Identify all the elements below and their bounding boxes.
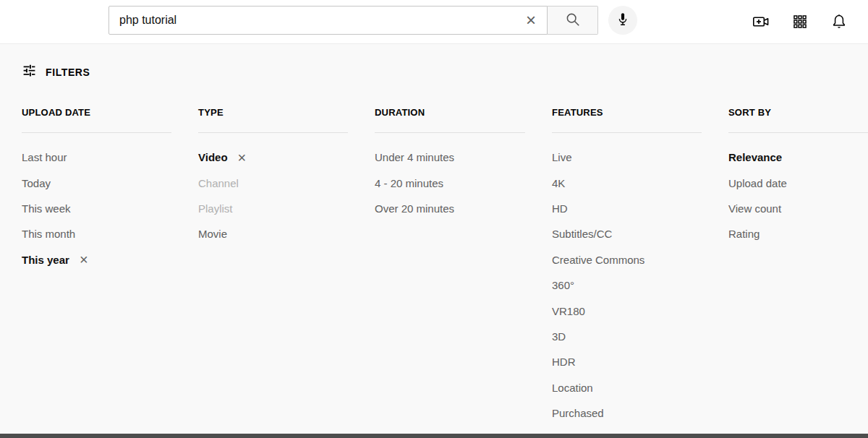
search-input-wrap: × — [109, 6, 548, 35]
search-button[interactable] — [548, 6, 598, 35]
filter-option-purchased[interactable]: Purchased — [552, 400, 702, 426]
clear-search-button[interactable]: × — [515, 7, 547, 34]
filter-option-label: Location — [552, 382, 593, 394]
filter-option-label: Last hour — [22, 151, 67, 163]
filter-option-this-month[interactable]: This month — [22, 221, 171, 246]
filter-option-label: Creative Commons — [552, 254, 644, 266]
filter-column-upload-date: UPLOAD DATELast hourTodayThis weekThis m… — [22, 107, 171, 426]
filter-option-this-week[interactable]: This week — [22, 196, 171, 221]
filter-column-sort-by: SORT BYRelevanceUpload dateView countRat… — [728, 107, 868, 426]
filters-toggle[interactable]: FILTERS — [22, 63, 116, 81]
filter-option-label: 4K — [552, 177, 565, 189]
filter-option-label: 4 - 20 minutes — [375, 177, 443, 189]
filter-option-creative-commons[interactable]: Creative Commons — [552, 247, 702, 272]
filter-option-label: Video — [198, 151, 228, 163]
notifications-button[interactable] — [830, 13, 848, 30]
filter-option-label: Movie — [198, 228, 227, 240]
filter-option-under-4-minutes[interactable]: Under 4 minutes — [375, 145, 525, 170]
filter-column-header: TYPE — [198, 107, 348, 118]
topbar: × — [0, 0, 868, 43]
youtube-search-filters-screen: × — [0, 0, 868, 438]
column-divider — [552, 132, 702, 133]
filter-column-duration: DURATIONUnder 4 minutes4 - 20 minutesOve… — [375, 107, 525, 426]
column-divider — [375, 132, 525, 133]
filter-tune-icon — [22, 63, 37, 81]
filter-option-4k[interactable]: 4K — [552, 170, 702, 195]
filter-option-last-hour[interactable]: Last hour — [22, 145, 171, 170]
voice-search-button[interactable] — [608, 6, 637, 35]
filter-option-360[interactable]: 360° — [552, 272, 702, 298]
apps-grid-icon — [792, 14, 808, 30]
filter-option-label: Relevance — [728, 151, 782, 163]
search-icon — [565, 12, 581, 30]
filter-option-this-year[interactable]: This year× — [22, 247, 171, 272]
filter-option-label: This year — [22, 254, 69, 266]
filter-option-upload-date[interactable]: Upload date — [728, 170, 868, 195]
filter-option-live[interactable]: Live — [552, 145, 702, 170]
filter-column-header: FEATURES — [552, 107, 702, 118]
filter-column-header: UPLOAD DATE — [22, 107, 171, 118]
filter-option-movie[interactable]: Movie — [198, 221, 348, 246]
filter-option-rating[interactable]: Rating — [728, 221, 868, 246]
filter-option-label: HD — [552, 202, 568, 215]
remove-filter-icon[interactable]: × — [238, 150, 247, 165]
filter-option-label: Live — [552, 151, 572, 163]
remove-filter-icon[interactable]: × — [80, 252, 88, 267]
filter-option-label: 360° — [552, 279, 574, 291]
filter-column-header: SORT BY — [728, 107, 868, 118]
topbar-actions — [752, 13, 848, 30]
column-divider — [22, 132, 171, 133]
filter-option-label: Playlist — [198, 202, 233, 215]
filter-option-vr180[interactable]: VR180 — [552, 298, 702, 323]
create-video-button[interactable] — [752, 13, 770, 30]
filter-option-label: Today — [22, 177, 51, 189]
filter-option-hd[interactable]: HD — [552, 196, 702, 221]
bell-icon — [830, 13, 848, 30]
filter-option-list: Last hourTodayThis weekThis monthThis ye… — [22, 145, 171, 272]
search-input[interactable] — [109, 7, 515, 34]
filter-option-location[interactable]: Location — [552, 375, 702, 400]
filter-option-label: Upload date — [728, 177, 787, 189]
filter-option-over-20-minutes[interactable]: Over 20 minutes — [375, 196, 525, 221]
filter-option-label: Rating — [728, 228, 760, 240]
filter-column-header: DURATION — [375, 107, 525, 118]
filter-option-label: Over 20 minutes — [375, 202, 454, 215]
filter-option-list: RelevanceUpload dateView countRating — [728, 145, 868, 247]
search-bar: × — [109, 6, 637, 35]
filter-option-relevance[interactable]: Relevance — [728, 145, 868, 170]
filter-option-label: VR180 — [552, 305, 585, 317]
filter-option-hdr[interactable]: HDR — [552, 349, 702, 374]
filter-option-4-20-minutes[interactable]: 4 - 20 minutes — [375, 170, 525, 195]
create-video-icon — [752, 13, 770, 30]
filter-column-features: FEATURESLive4KHDSubtitles/CCCreative Com… — [552, 107, 702, 426]
filters-title: FILTERS — [46, 66, 90, 78]
filter-option-list: Live4KHDSubtitles/CCCreative Commons360°… — [552, 145, 702, 426]
filter-option-label: Channel — [198, 177, 239, 189]
filter-column-type: TYPEVideo×ChannelPlaylistMovie — [198, 107, 348, 426]
filter-option-list: Under 4 minutes4 - 20 minutesOver 20 min… — [375, 145, 525, 221]
filter-option-view-count[interactable]: View count — [728, 196, 868, 221]
filter-option-channel: Channel — [198, 170, 348, 195]
filters-panel: FILTERS UPLOAD DATELast hourTodayThis we… — [0, 43, 868, 434]
filter-option-label: Under 4 minutes — [375, 151, 454, 163]
clear-icon: × — [526, 12, 536, 29]
column-divider — [728, 132, 868, 133]
filter-option-label: 3D — [552, 330, 566, 343]
bottom-edge-bar — [0, 434, 868, 438]
filter-option-label: HDR — [552, 356, 576, 368]
filter-option-label: View count — [728, 202, 781, 215]
filter-option-playlist: Playlist — [198, 196, 348, 221]
filter-option-label: This month — [22, 228, 75, 240]
column-divider — [198, 132, 348, 133]
filter-option-list: Video×ChannelPlaylistMovie — [198, 145, 348, 247]
filter-option-video[interactable]: Video× — [198, 145, 348, 170]
filter-columns: UPLOAD DATELast hourTodayThis weekThis m… — [22, 107, 868, 426]
filter-option-label: Subtitles/CC — [552, 228, 612, 240]
filter-option-label: Purchased — [552, 407, 604, 419]
apps-button[interactable] — [791, 13, 809, 30]
filter-option-subtitles-cc[interactable]: Subtitles/CC — [552, 221, 702, 246]
microphone-icon — [615, 12, 631, 30]
filter-option-label: This week — [22, 202, 71, 215]
filter-option-3d[interactable]: 3D — [552, 324, 702, 349]
filter-option-today[interactable]: Today — [22, 170, 171, 195]
